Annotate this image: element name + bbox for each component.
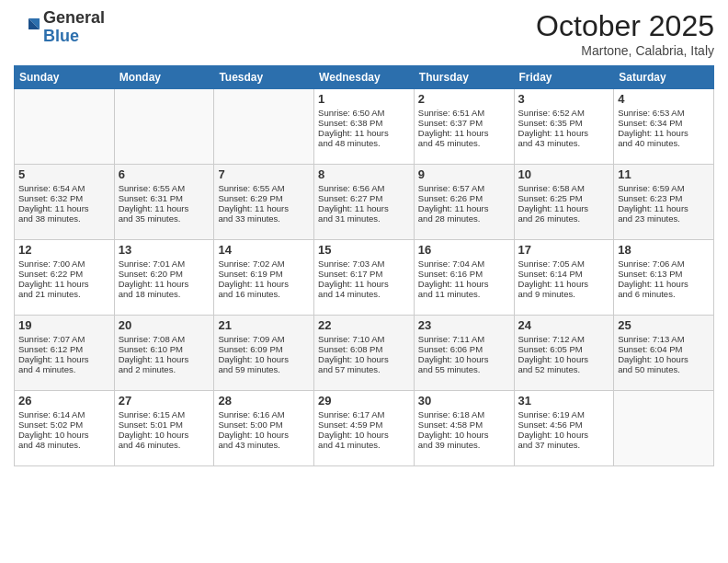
day-info-line: and 11 minutes. <box>418 289 510 299</box>
day-info-line: Daylight: 10 hours <box>18 430 110 440</box>
month-title: October 2025 <box>536 9 714 43</box>
day-info-line: Sunrise: 6:53 AM <box>618 108 710 118</box>
day-info-line: Sunrise: 7:00 AM <box>18 259 110 269</box>
calendar-cell: 21Sunrise: 7:09 AMSunset: 6:09 PMDayligh… <box>214 316 314 391</box>
day-info-line: Sunrise: 6:17 AM <box>318 409 410 419</box>
calendar-cell: 18Sunrise: 7:06 AMSunset: 6:13 PMDayligh… <box>614 240 714 316</box>
day-number: 16 <box>418 243 510 257</box>
day-info-line: Sunrise: 7:07 AM <box>18 334 110 344</box>
day-info-line: Sunrise: 6:16 AM <box>218 409 310 419</box>
day-info-line: and 9 minutes. <box>518 289 610 299</box>
calendar-cell <box>15 89 115 165</box>
day-info-line: and 18 minutes. <box>119 289 210 299</box>
day-info-line: Daylight: 11 hours <box>18 354 110 364</box>
day-info-line: Daylight: 10 hours <box>318 354 410 364</box>
weekday-header-sunday: Sunday <box>15 66 115 89</box>
day-number: 18 <box>618 243 710 257</box>
day-info-line: and 43 minutes. <box>218 440 310 450</box>
day-info-line: and 59 minutes. <box>218 364 310 374</box>
day-info-line: and 43 minutes. <box>518 138 610 148</box>
day-info-line: Sunset: 6:26 PM <box>418 193 510 203</box>
calendar-container: General Blue October 2025 Martone, Calab… <box>0 0 728 476</box>
week-row-5: 26Sunrise: 6:14 AMSunset: 5:02 PMDayligh… <box>15 391 714 466</box>
day-info-line: and 57 minutes. <box>318 364 410 374</box>
day-info-line: and 33 minutes. <box>218 213 310 224</box>
day-info-line: and 55 minutes. <box>418 364 510 374</box>
day-info-line: Sunrise: 7:04 AM <box>418 259 510 269</box>
day-number: 15 <box>318 243 410 257</box>
day-info-line: Daylight: 10 hours <box>218 430 310 440</box>
day-info-line: Sunset: 6:08 PM <box>318 344 410 354</box>
day-info-line: Sunset: 4:59 PM <box>318 419 410 430</box>
day-info-line: Sunset: 6:09 PM <box>218 344 310 354</box>
day-info-line: and 31 minutes. <box>318 213 410 224</box>
day-info-line: and 40 minutes. <box>618 138 710 148</box>
day-number: 24 <box>518 318 610 332</box>
day-info-line: Sunrise: 6:15 AM <box>119 409 210 419</box>
day-info-line: Sunset: 6:14 PM <box>518 269 610 279</box>
day-number: 2 <box>418 92 510 106</box>
day-info-line: Daylight: 10 hours <box>418 354 510 364</box>
day-info-line: Sunset: 6:06 PM <box>418 344 510 354</box>
day-info-line: and 16 minutes. <box>218 289 310 299</box>
day-number: 10 <box>518 167 610 181</box>
day-info-line: Daylight: 10 hours <box>418 430 510 440</box>
day-info-line: Daylight: 11 hours <box>318 203 410 213</box>
day-number: 20 <box>119 318 210 332</box>
day-number: 12 <box>18 243 110 257</box>
day-info-line: Daylight: 11 hours <box>119 279 210 289</box>
calendar-cell: 19Sunrise: 7:07 AMSunset: 6:12 PMDayligh… <box>15 316 115 391</box>
day-number: 27 <box>119 394 210 408</box>
day-info-line: and 45 minutes. <box>418 138 510 148</box>
day-number: 17 <box>518 243 610 257</box>
day-info-line: Sunset: 6:35 PM <box>518 118 610 128</box>
calendar-cell: 12Sunrise: 7:00 AMSunset: 6:22 PMDayligh… <box>15 240 115 316</box>
logo-blue: Blue <box>43 28 105 46</box>
day-info-line: Sunrise: 7:08 AM <box>119 334 210 344</box>
location-subtitle: Martone, Calabria, Italy <box>536 43 714 58</box>
day-info-line: and 46 minutes. <box>119 440 210 450</box>
calendar-cell: 3Sunrise: 6:52 AMSunset: 6:35 PMDaylight… <box>514 89 614 165</box>
calendar-table: SundayMondayTuesdayWednesdayThursdayFrid… <box>14 65 714 466</box>
day-info-line: Sunset: 6:17 PM <box>318 269 410 279</box>
day-info-line: Daylight: 10 hours <box>518 430 610 440</box>
day-number: 19 <box>18 318 110 332</box>
calendar-cell: 4Sunrise: 6:53 AMSunset: 6:34 PMDaylight… <box>614 89 714 165</box>
day-info-line: Daylight: 11 hours <box>418 279 510 289</box>
day-info-line: Sunset: 6:16 PM <box>418 269 510 279</box>
day-info-line: Sunrise: 6:18 AM <box>418 409 510 419</box>
day-info-line: Sunrise: 6:55 AM <box>119 183 210 193</box>
day-info-line: Sunrise: 6:59 AM <box>618 183 710 193</box>
weekday-header-thursday: Thursday <box>414 66 514 89</box>
day-info-line: Sunset: 6:38 PM <box>318 118 410 128</box>
day-info-line: Sunset: 6:22 PM <box>18 269 110 279</box>
day-number: 6 <box>119 167 210 181</box>
week-row-4: 19Sunrise: 7:07 AMSunset: 6:12 PMDayligh… <box>15 316 714 391</box>
day-info-line: Daylight: 10 hours <box>119 430 210 440</box>
day-info-line: Sunset: 6:34 PM <box>618 118 710 128</box>
day-info-line: Sunrise: 6:50 AM <box>318 108 410 118</box>
day-info-line: Sunset: 6:31 PM <box>119 193 210 203</box>
day-info-line: Daylight: 11 hours <box>518 128 610 138</box>
day-number: 9 <box>418 167 510 181</box>
day-info-line: Sunrise: 7:05 AM <box>518 259 610 269</box>
day-info-line: and 41 minutes. <box>318 440 410 450</box>
calendar-cell: 26Sunrise: 6:14 AMSunset: 5:02 PMDayligh… <box>15 391 115 466</box>
weekday-header-friday: Friday <box>514 66 614 89</box>
day-info-line: and 35 minutes. <box>119 213 210 224</box>
calendar-cell: 7Sunrise: 6:55 AMSunset: 6:29 PMDaylight… <box>214 165 314 240</box>
day-info-line: Sunrise: 7:06 AM <box>618 259 710 269</box>
day-info-line: Sunrise: 6:54 AM <box>18 183 110 193</box>
day-info-line: Daylight: 11 hours <box>218 279 310 289</box>
day-info-line: and 21 minutes. <box>18 289 110 299</box>
logo-general: General <box>43 9 105 28</box>
calendar-cell: 29Sunrise: 6:17 AMSunset: 4:59 PMDayligh… <box>314 391 415 466</box>
calendar-header: SundayMondayTuesdayWednesdayThursdayFrid… <box>15 66 714 89</box>
day-number: 31 <box>518 394 610 408</box>
calendar-cell: 11Sunrise: 6:59 AMSunset: 6:23 PMDayligh… <box>614 165 714 240</box>
calendar-cell <box>114 89 214 165</box>
week-row-3: 12Sunrise: 7:00 AMSunset: 6:22 PMDayligh… <box>15 240 714 316</box>
day-info-line: Sunrise: 6:52 AM <box>518 108 610 118</box>
day-number: 3 <box>518 92 610 106</box>
day-info-line: Sunrise: 6:57 AM <box>418 183 510 193</box>
